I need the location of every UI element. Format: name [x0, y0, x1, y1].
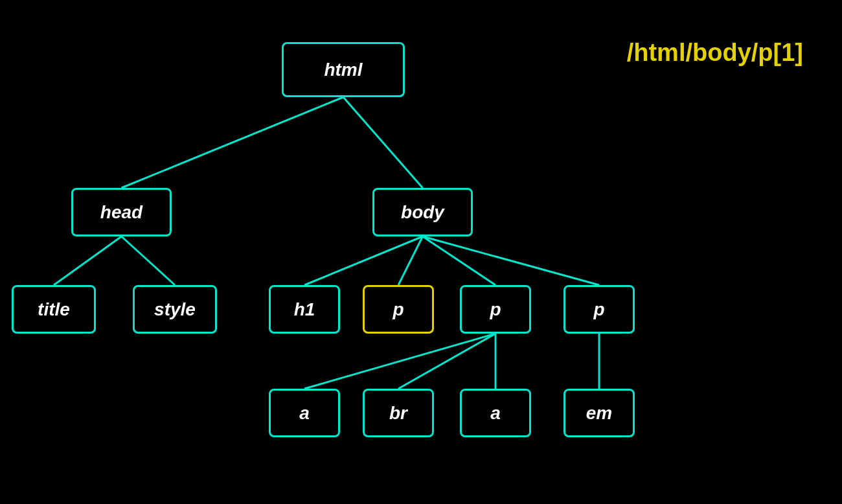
svg-line-8 [304, 334, 495, 389]
svg-line-3 [122, 236, 176, 285]
tree-node-h1: h1 [269, 285, 340, 334]
tree-node-style: style [133, 285, 217, 334]
xpath-display: /html/body/p[1] [627, 39, 803, 67]
tree-node-html: html [282, 42, 405, 97]
svg-line-9 [398, 334, 495, 389]
svg-line-4 [304, 236, 423, 285]
svg-line-5 [398, 236, 423, 285]
svg-line-6 [423, 236, 496, 285]
tree-node-a2: a [460, 389, 531, 437]
tree-node-title: title [12, 285, 96, 334]
tree-node-br: br [363, 389, 434, 437]
tree-node-p2: p [460, 285, 531, 334]
tree-node-p3: p [563, 285, 635, 334]
tree-node-body: body [372, 188, 473, 236]
tree-node-p1: p [363, 285, 434, 334]
tree-node-em: em [563, 389, 635, 437]
svg-line-0 [122, 97, 344, 188]
tree-node-head: head [71, 188, 172, 236]
svg-line-7 [423, 236, 600, 285]
tree-node-a1: a [269, 389, 340, 437]
svg-line-2 [54, 236, 122, 285]
tree-diagram: htmlheadbodytitlestyleh1pppabraem /html/… [0, 0, 842, 504]
svg-line-1 [343, 97, 423, 188]
